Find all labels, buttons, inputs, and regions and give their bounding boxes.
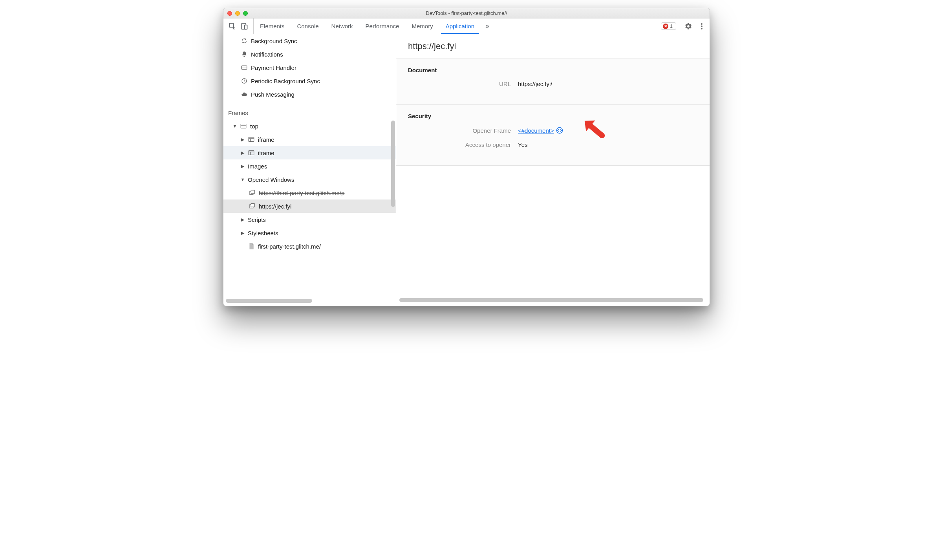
zoom-window-button[interactable]: [243, 11, 248, 16]
sidebar-item-label: Background Sync: [251, 38, 297, 44]
device-toolbar-icon[interactable]: [238, 20, 250, 32]
tab-memory[interactable]: Memory: [405, 18, 439, 34]
sidebar-item-label: Notifications: [251, 51, 283, 58]
detail-filler: [396, 166, 710, 296]
settings-button[interactable]: [683, 21, 694, 32]
devtools-tabs: Elements Console Network Performance Mem…: [254, 18, 481, 34]
frames-opened-windows[interactable]: ▼ Opened Windows: [223, 173, 396, 186]
frames-iframe-1-label: iframe: [258, 136, 274, 143]
caret-down-icon: ▼: [241, 177, 245, 182]
chevron-double-right-icon: »: [485, 22, 489, 30]
frame-detail-panel: https://jec.fyi Document URL https://jec…: [396, 34, 710, 306]
sidebar-item-payment-handler[interactable]: Payment Handler: [223, 61, 396, 74]
window-icon: [240, 123, 247, 130]
caret-down-icon: ▼: [233, 124, 237, 128]
popout-window-icon: [249, 189, 256, 196]
opened-window-2[interactable]: https://jec.fyi: [223, 199, 396, 213]
tab-elements[interactable]: Elements: [254, 18, 291, 34]
sidebar-item-notifications[interactable]: Notifications: [223, 48, 396, 61]
svg-rect-2: [245, 25, 247, 29]
application-sidebar: Background Sync Notifications Payment Ha…: [223, 34, 396, 306]
frames-origin-doc[interactable]: first-party-test.glitch.me/: [223, 240, 396, 253]
toolbar-right-icons: ✕ 1: [661, 18, 710, 34]
sidebar-hscrollbar[interactable]: [226, 298, 393, 304]
row-access-to-opener: Access to opener Yes: [408, 141, 698, 148]
sidebar-hscroll-thumb[interactable]: [226, 299, 312, 303]
section-security: Security Opener Frame <#document>: [396, 105, 710, 166]
opened-window-2-label: https://jec.fyi: [259, 203, 291, 210]
opener-frame-link[interactable]: <#document>: [518, 127, 554, 134]
svg-rect-6: [241, 66, 247, 69]
reveal-in-elements-button[interactable]: [556, 126, 563, 134]
sidebar-item-label: Push Messaging: [251, 91, 295, 98]
error-count-badge[interactable]: ✕ 1: [661, 22, 676, 30]
section-document-heading: Document: [408, 67, 698, 73]
kebab-icon: [701, 23, 702, 29]
tab-application[interactable]: Application: [439, 18, 481, 34]
more-options-button[interactable]: [696, 21, 707, 32]
frames-iframe-2[interactable]: ▶ iframe: [223, 146, 396, 159]
svg-rect-9: [241, 124, 246, 128]
row-opener-frame: Opener Frame <#document>: [408, 126, 698, 134]
sidebar-section-frames: Frames: [223, 106, 396, 119]
svg-rect-11: [249, 137, 254, 142]
error-count: 1: [670, 23, 673, 29]
close-window-button[interactable]: [227, 11, 232, 16]
devtools-body: Background Sync Notifications Payment Ha…: [223, 34, 710, 306]
caret-right-icon: ▶: [241, 137, 245, 142]
caret-right-icon: ▶: [241, 164, 245, 169]
section-document: Document URL https://jec.fyi/: [396, 59, 710, 105]
devtools-toolbar: Elements Console Network Performance Mem…: [223, 18, 710, 34]
value-url: https://jec.fyi/: [518, 81, 552, 87]
more-tabs-button[interactable]: »: [481, 18, 494, 34]
svg-point-3: [701, 23, 702, 25]
frames-scripts[interactable]: ▶ Scripts: [223, 213, 396, 226]
sidebar-item-push-messaging[interactable]: Push Messaging: [223, 88, 396, 101]
minimize-window-button[interactable]: [235, 11, 240, 16]
label-access-to-opener: Access to opener: [408, 141, 518, 148]
sync-icon: [241, 37, 248, 44]
traffic-lights: [223, 11, 248, 16]
window-title: DevTools - first-party-test.glitch.me//: [223, 10, 710, 16]
detail-hscrollbar[interactable]: [399, 297, 706, 303]
popout-window-icon: [249, 203, 256, 210]
caret-right-icon: ▶: [241, 150, 245, 156]
frames-stylesheets[interactable]: ▶ Stylesheets: [223, 226, 396, 240]
row-url: URL https://jec.fyi/: [408, 81, 698, 87]
sidebar-item-label: Periodic Background Sync: [251, 78, 320, 84]
opened-window-1-label: https://third-party-test.glitch.me/p: [259, 190, 344, 196]
tab-performance[interactable]: Performance: [359, 18, 406, 34]
frames-stylesheets-label: Stylesheets: [248, 230, 278, 236]
opened-window-1[interactable]: https://third-party-test.glitch.me/p: [223, 186, 396, 199]
frames-top[interactable]: ▼ top: [223, 119, 396, 133]
sidebar-item-periodic-bg-sync[interactable]: Periodic Background Sync: [223, 74, 396, 88]
frames-images-label: Images: [248, 163, 267, 170]
sidebar-vscrollbar[interactable]: [391, 34, 395, 279]
sidebar-vscroll-thumb[interactable]: [391, 121, 395, 207]
svg-point-4: [701, 26, 702, 27]
frames-top-label: top: [250, 123, 258, 130]
toolbar-left-icons: [223, 18, 254, 34]
frames-images[interactable]: ▶ Images: [223, 159, 396, 173]
gear-icon: [684, 22, 692, 30]
svg-point-5: [701, 28, 702, 29]
clock-icon: [241, 77, 248, 84]
frames-iframe-1[interactable]: ▶ iframe: [223, 133, 396, 146]
tab-console[interactable]: Console: [291, 18, 325, 34]
label-url: URL: [408, 81, 518, 87]
frames-iframe-2-label: iframe: [258, 150, 274, 156]
sidebar-item-label: Payment Handler: [251, 64, 296, 71]
label-opener-frame: Opener Frame: [408, 127, 518, 134]
caret-right-icon: ▶: [241, 217, 245, 222]
caret-right-icon: ▶: [241, 231, 245, 236]
detail-hscroll-thumb[interactable]: [399, 298, 703, 302]
frames-opened-windows-label: Opened Windows: [248, 176, 294, 183]
svg-rect-18: [251, 190, 254, 194]
devtools-window: DevTools - first-party-test.glitch.me//: [223, 8, 710, 306]
inspect-element-icon[interactable]: [227, 20, 238, 32]
titlebar: DevTools - first-party-test.glitch.me//: [223, 8, 710, 18]
iframe-icon: [248, 136, 255, 143]
tab-network[interactable]: Network: [325, 18, 359, 34]
sidebar-item-background-sync[interactable]: Background Sync: [223, 34, 396, 48]
frame-detail-title: https://jec.fyi: [396, 34, 710, 59]
